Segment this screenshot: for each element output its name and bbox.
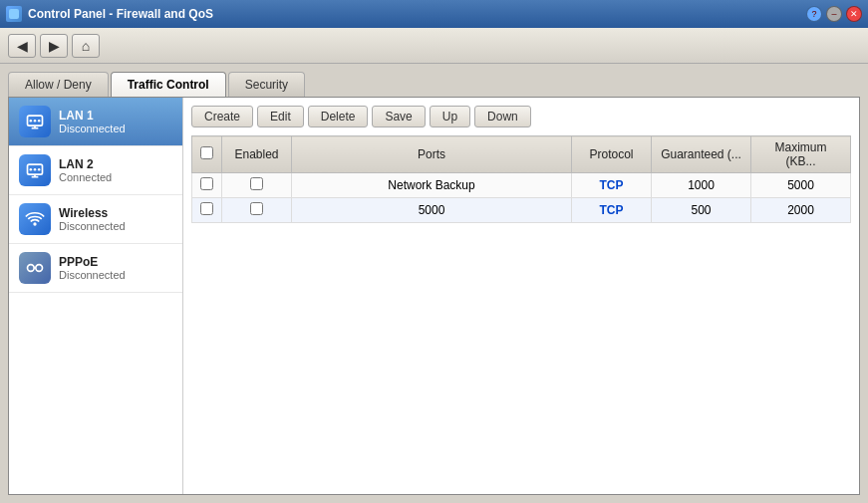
col-header-maximum: Maximum (KB... bbox=[751, 136, 851, 173]
content-area: Create Edit Delete Save Up Down Enabled … bbox=[183, 98, 859, 494]
svg-point-5 bbox=[34, 120, 37, 123]
wireless-icon bbox=[19, 203, 51, 235]
lan1-icon bbox=[19, 106, 51, 137]
col-header-ports: Ports bbox=[292, 136, 572, 173]
main-panel: LAN 1 Disconnected LAN 2 bbox=[8, 97, 860, 495]
home-button[interactable]: ⌂ bbox=[72, 34, 100, 58]
row-protocol-cell: TCP bbox=[572, 173, 652, 198]
sidebar-item-wireless[interactable]: Wireless Disconnected bbox=[9, 195, 182, 244]
down-button[interactable]: Down bbox=[474, 106, 531, 127]
pppoe-label: PPPoE Disconnected bbox=[59, 255, 126, 281]
row-select-checkbox[interactable] bbox=[200, 177, 213, 190]
pppoe-icon bbox=[19, 252, 51, 284]
main-content: Allow / Deny Traffic Control Security bbox=[0, 64, 868, 503]
toolbar: ◀ ▶ ⌂ bbox=[0, 28, 868, 64]
row-select-cell[interactable] bbox=[192, 198, 222, 223]
wireless-name: Wireless bbox=[59, 206, 126, 220]
row-maximum-cell: 5000 bbox=[751, 173, 851, 198]
wireless-label: Wireless Disconnected bbox=[59, 206, 126, 232]
minimize-button[interactable]: – bbox=[826, 6, 842, 22]
row-enabled-checkbox[interactable] bbox=[250, 177, 263, 190]
pppoe-name: PPPoE bbox=[59, 255, 126, 269]
save-button[interactable]: Save bbox=[372, 106, 425, 127]
row-protocol-cell: TCP bbox=[572, 198, 652, 223]
lan2-icon bbox=[19, 154, 51, 186]
edit-button[interactable]: Edit bbox=[257, 106, 304, 127]
lan1-label: LAN 1 Disconnected bbox=[59, 109, 126, 134]
lan2-status: Connected bbox=[59, 171, 112, 183]
sidebar: LAN 1 Disconnected LAN 2 bbox=[9, 98, 183, 494]
tab-allow-deny[interactable]: Allow / Deny bbox=[8, 72, 109, 97]
row-guaranteed-cell: 1000 bbox=[652, 173, 751, 198]
forward-button[interactable]: ▶ bbox=[40, 34, 68, 58]
row-enabled-checkbox[interactable] bbox=[250, 202, 263, 215]
svg-point-13 bbox=[33, 222, 36, 225]
tab-security[interactable]: Security bbox=[228, 72, 305, 97]
back-button[interactable]: ◀ bbox=[8, 34, 36, 58]
col-header-guaranteed: Guaranteed (... bbox=[652, 136, 751, 173]
col-header-enabled: Enabled bbox=[222, 136, 292, 173]
create-button[interactable]: Create bbox=[191, 106, 253, 127]
sidebar-item-pppoe[interactable]: PPPoE Disconnected bbox=[9, 244, 182, 293]
pppoe-status: Disconnected bbox=[59, 269, 126, 281]
lan1-status: Disconnected bbox=[59, 123, 126, 134]
row-select-checkbox[interactable] bbox=[200, 202, 213, 215]
tab-bar: Allow / Deny Traffic Control Security bbox=[8, 72, 860, 97]
row-enabled-cell[interactable] bbox=[222, 198, 292, 223]
select-all-checkbox[interactable] bbox=[200, 146, 213, 159]
table-row: Network Backup TCP 1000 5000 bbox=[192, 173, 851, 198]
row-ports-cell: 5000 bbox=[292, 198, 572, 223]
row-enabled-cell[interactable] bbox=[222, 173, 292, 198]
row-select-cell[interactable] bbox=[192, 173, 222, 198]
svg-point-12 bbox=[38, 168, 41, 171]
row-maximum-cell: 2000 bbox=[751, 198, 851, 223]
action-bar: Create Edit Delete Save Up Down bbox=[191, 106, 851, 127]
svg-point-4 bbox=[30, 120, 32, 123]
title-bar: Control Panel - Firewall and QoS ? – ✕ bbox=[0, 0, 868, 28]
col-header-checkbox bbox=[192, 136, 222, 173]
sidebar-item-lan2[interactable]: LAN 2 Connected bbox=[9, 146, 182, 195]
window-title: Control Panel - Firewall and QoS bbox=[28, 7, 213, 21]
svg-point-10 bbox=[30, 168, 32, 171]
help-button[interactable]: ? bbox=[806, 6, 822, 22]
col-header-protocol: Protocol bbox=[572, 136, 652, 173]
table-row: 5000 TCP 500 2000 bbox=[192, 198, 851, 223]
app-icon bbox=[6, 6, 22, 22]
traffic-table: Enabled Ports Protocol Guaranteed (... M… bbox=[191, 135, 851, 223]
lan1-name: LAN 1 bbox=[59, 109, 126, 123]
row-guaranteed-cell: 500 bbox=[652, 198, 751, 223]
close-button[interactable]: ✕ bbox=[846, 6, 862, 22]
lan2-label: LAN 2 Connected bbox=[59, 157, 112, 183]
svg-point-6 bbox=[38, 120, 41, 123]
title-bar-left: Control Panel - Firewall and QoS bbox=[6, 6, 213, 22]
sidebar-item-lan1[interactable]: LAN 1 Disconnected bbox=[9, 98, 182, 146]
up-button[interactable]: Up bbox=[430, 106, 470, 127]
svg-point-15 bbox=[36, 265, 43, 272]
window-controls: ? – ✕ bbox=[806, 6, 862, 22]
tab-traffic-control[interactable]: Traffic Control bbox=[111, 72, 226, 97]
wireless-status: Disconnected bbox=[59, 220, 126, 232]
svg-point-14 bbox=[28, 265, 35, 272]
lan2-name: LAN 2 bbox=[59, 157, 112, 171]
row-ports-cell: Network Backup bbox=[292, 173, 572, 198]
svg-point-11 bbox=[34, 168, 37, 171]
svg-rect-0 bbox=[9, 9, 19, 19]
delete-button[interactable]: Delete bbox=[308, 106, 369, 127]
